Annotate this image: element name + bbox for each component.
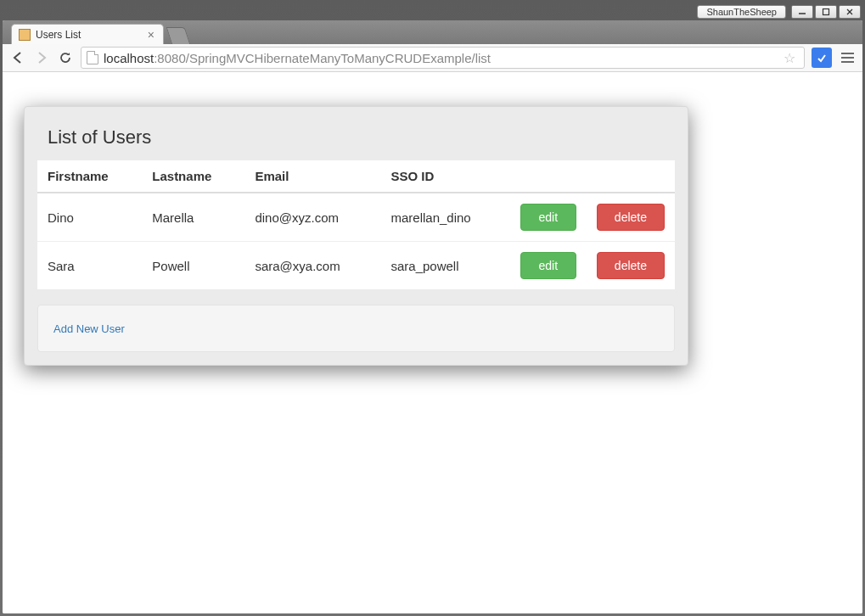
user-badge[interactable]: ShaunTheSheep	[697, 5, 786, 19]
close-window-button[interactable]	[839, 5, 861, 19]
cell-email: sara@xya.com	[244, 242, 380, 290]
edit-button[interactable]: edit	[520, 204, 576, 231]
cell-lastname: Powell	[142, 242, 244, 290]
extension-button[interactable]	[812, 48, 832, 68]
new-tab-button[interactable]	[166, 27, 190, 44]
page-icon	[87, 51, 98, 64]
users-table: Firstname Lastname Email SSO ID Dino Mar…	[37, 160, 675, 289]
edit-button[interactable]: edit	[520, 252, 576, 279]
maximize-button[interactable]	[815, 5, 837, 19]
table-row: Dino Marella dino@xyz.com marellan_dino …	[37, 193, 675, 242]
cell-sso-id: sara_powell	[380, 242, 509, 290]
delete-button[interactable]: delete	[597, 204, 665, 231]
cell-lastname: Marella	[142, 193, 244, 242]
browser-tab[interactable]: Users List ×	[11, 24, 164, 44]
add-new-user-link[interactable]: Add New User	[53, 322, 125, 335]
add-user-well: Add New User	[37, 305, 675, 352]
page-title: List of Users	[37, 120, 675, 160]
url-host: localhost	[104, 51, 154, 65]
col-firstname: Firstname	[37, 160, 142, 193]
close-tab-icon[interactable]: ×	[146, 28, 156, 42]
cell-firstname: Dino	[37, 193, 142, 242]
url-path: :8080/SpringMVCHibernateManyToManyCRUDEx…	[154, 51, 491, 65]
cell-sso-id: marellan_dino	[380, 193, 509, 242]
tab-title: Users List	[36, 29, 146, 41]
menu-button[interactable]	[839, 53, 856, 63]
forward-button[interactable]	[33, 49, 50, 66]
col-lastname: Lastname	[142, 160, 244, 193]
svg-rect-1	[823, 8, 829, 14]
minimize-button[interactable]	[791, 5, 813, 19]
back-button[interactable]	[9, 49, 26, 66]
table-row: Sara Powell sara@xya.com sara_powell edi…	[37, 242, 675, 290]
favicon-icon	[19, 29, 31, 41]
address-bar[interactable]: localhost:8080/SpringMVCHibernateManyToM…	[81, 47, 805, 69]
title-bar: ShaunTheSheep	[3, 3, 862, 20]
bookmark-star-icon[interactable]: ☆	[780, 50, 799, 66]
page-content: List of Users Firstname Lastname Email S…	[3, 72, 862, 613]
users-panel: List of Users Firstname Lastname Email S…	[24, 106, 688, 366]
col-sso-id: SSO ID	[380, 160, 509, 193]
tab-strip: Users List ×	[3, 20, 862, 44]
col-email: Email	[244, 160, 380, 193]
cell-firstname: Sara	[37, 242, 142, 290]
cell-email: dino@xyz.com	[244, 193, 380, 242]
reload-button[interactable]	[57, 49, 74, 66]
browser-toolbar: localhost:8080/SpringMVCHibernateManyToM…	[3, 44, 862, 72]
table-header-row: Firstname Lastname Email SSO ID	[37, 160, 675, 193]
browser-window: Users List × localhost:8080/SpringMVCHib…	[3, 20, 862, 613]
delete-button[interactable]: delete	[597, 252, 665, 279]
window-frame: ShaunTheSheep Users List ×	[0, 0, 865, 616]
